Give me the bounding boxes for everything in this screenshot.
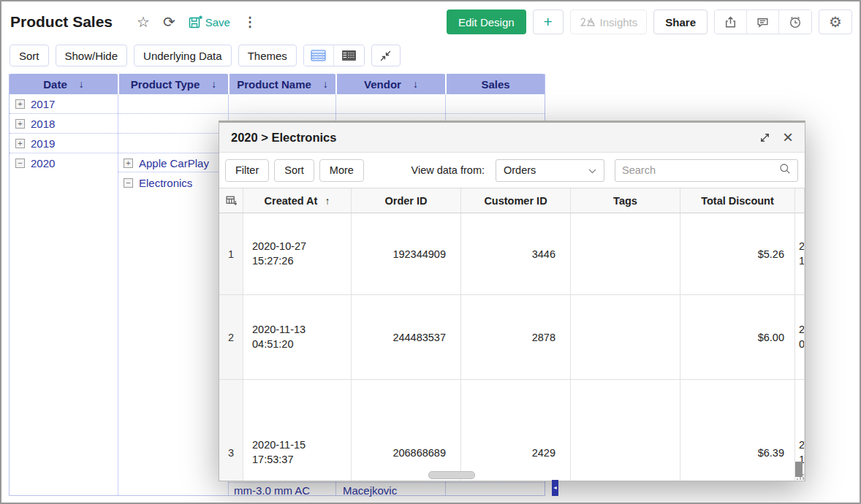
themes-button[interactable]: Themes	[238, 45, 297, 66]
search-input[interactable]	[622, 164, 779, 176]
sort-desc-icon[interactable]: ↓	[413, 78, 418, 90]
utility-button-group	[714, 9, 812, 34]
view-data-from-label: View data from:	[411, 164, 485, 176]
compact-view-button[interactable]	[334, 45, 364, 66]
save-button[interactable]: Save	[189, 15, 230, 29]
date-value: 2020-10-27	[252, 240, 306, 254]
favorite-star-icon[interactable]: ☆	[137, 15, 150, 29]
underlying-data-table: Created At ↑ Order ID Customer ID Tags T…	[219, 188, 805, 481]
header-created-at[interactable]: Created At ↑	[243, 188, 352, 213]
row-number: 1	[219, 213, 243, 295]
cell-order-id: 244483537	[352, 295, 461, 380]
expand-toggle-icon[interactable]: +	[15, 99, 25, 109]
time-value: 04:51:20	[252, 337, 306, 352]
close-modal-button[interactable]: ×	[783, 129, 793, 146]
pivot-header-row: Date ↓ Product Type ↓ Product Name ↓ Ven…	[10, 74, 545, 94]
data-source-select[interactable]: Orders	[496, 159, 604, 182]
sort-desc-icon[interactable]: ↓	[79, 78, 84, 90]
cell-tags	[571, 295, 680, 380]
partial-value: 2	[799, 323, 805, 337]
col-label: Product Name	[237, 78, 311, 91]
row-label: Apple CarPlay	[139, 157, 209, 169]
refresh-icon[interactable]: ⟳	[163, 15, 175, 29]
modal-sort-button[interactable]: Sort	[274, 159, 314, 182]
col-label: Product Type	[131, 78, 200, 91]
comment-button[interactable]	[747, 10, 779, 34]
row-label: 2017	[31, 98, 55, 110]
pivot-row-apple-carplay: + Apple CarPlay	[124, 156, 209, 170]
header-tags[interactable]: Tags	[571, 188, 680, 213]
share-button[interactable]: Share	[653, 9, 708, 34]
cell-partial: 20	[795, 295, 805, 380]
pivot-bottom-product-name: mm-3.0 mm AC	[234, 484, 335, 497]
show-hide-button[interactable]: Show/Hide	[56, 45, 128, 66]
date-value: 2020-11-15	[252, 438, 306, 453]
alert-button[interactable]	[779, 10, 811, 34]
insights-button[interactable]: Insights	[570, 9, 648, 34]
export-button[interactable]	[715, 10, 747, 34]
pivot-row-2018: + 2018	[15, 116, 55, 131]
expand-toggle-icon[interactable]: +	[124, 159, 133, 168]
col-label: Created At	[265, 195, 318, 207]
edit-design-button[interactable]: Edit Design	[447, 9, 526, 34]
cell-customer-id: 3446	[461, 213, 571, 295]
partial-value: 2	[799, 438, 805, 453]
expand-modal-button[interactable]	[759, 131, 771, 144]
pivot-col-product-name[interactable]: Product Name ↓	[228, 74, 335, 94]
selected-source: Orders	[504, 164, 536, 176]
pivot-col-vendor[interactable]: Vendor ↓	[335, 74, 445, 94]
cell-created-at: 2020-11-1304:51:20	[243, 295, 352, 380]
header-customer-id[interactable]: Customer ID	[461, 188, 571, 213]
col-label: Date	[43, 78, 67, 91]
more-menu-icon[interactable]: ⋮	[243, 15, 257, 28]
collapse-toggle-icon[interactable]: −	[124, 178, 133, 188]
modal-filter-button[interactable]: Filter	[225, 159, 269, 182]
row-number: 3	[219, 380, 243, 481]
cell-partial: 21	[795, 213, 805, 295]
grid-view-button[interactable]	[304, 45, 334, 66]
underlying-data-button[interactable]: Underlying Data	[134, 45, 232, 66]
scroll-left-marker[interactable]: ◂	[552, 480, 558, 496]
expand-toggle-icon[interactable]: +	[15, 139, 25, 148]
cell-order-id: 206868689	[352, 380, 461, 481]
col-label: Sales	[481, 78, 509, 91]
report-toolbar: Sort Show/Hide Underlying Data Themes	[10, 45, 401, 66]
column-chooser-button[interactable]	[219, 188, 243, 213]
sort-desc-icon[interactable]: ↓	[323, 78, 328, 90]
chevron-down-icon	[588, 164, 596, 176]
sort-button[interactable]: Sort	[10, 45, 49, 66]
pivot-col-date[interactable]: Date ↓	[10, 74, 118, 94]
time-value: 15:27:26	[252, 254, 306, 269]
insights-label: Insights	[600, 16, 638, 28]
sort-desc-icon[interactable]: ↓	[211, 78, 216, 90]
cell-customer-id: 2878	[461, 295, 571, 380]
pivot-col-product-type[interactable]: Product Type ↓	[118, 74, 228, 94]
collapse-panel-button[interactable]	[371, 45, 401, 66]
pivot-col-sales[interactable]: Sales	[445, 74, 545, 94]
cell-total-discount: $6.39	[680, 380, 795, 481]
gear-icon: ⚙	[829, 14, 842, 30]
partial-value: 2	[799, 240, 805, 254]
pivot-row-2019: + 2019	[15, 136, 55, 150]
resize-grip[interactable]	[796, 472, 805, 481]
cell-tags	[571, 213, 680, 295]
collapse-toggle-icon[interactable]: −	[15, 159, 25, 168]
modal-header: 2020 > Electronics ×	[219, 123, 805, 153]
partial-value: 1	[799, 254, 805, 269]
row-label: 2018	[31, 118, 55, 130]
header-total-discount[interactable]: Total Discount	[680, 188, 795, 213]
export-icon	[724, 15, 737, 29]
cell-created-at: 2020-10-2715:27:26	[243, 213, 352, 295]
collapse-arrows-icon	[379, 50, 392, 62]
settings-button[interactable]: ⚙	[819, 9, 852, 34]
search-box	[615, 159, 798, 182]
modal-more-button[interactable]: More	[319, 159, 364, 182]
expand-toggle-icon[interactable]: +	[15, 119, 25, 129]
sort-asc-icon[interactable]: ↑	[325, 195, 330, 207]
horizontal-scrollbar-thumb[interactable]	[428, 471, 475, 479]
row-label: 2020	[31, 157, 55, 169]
add-button[interactable]: +	[533, 9, 564, 34]
header-order-id[interactable]: Order ID	[352, 188, 461, 213]
cell-total-discount: $5.26	[680, 213, 795, 295]
underlying-data-modal: 2020 > Electronics × Filter Sort More Vi…	[219, 121, 805, 481]
